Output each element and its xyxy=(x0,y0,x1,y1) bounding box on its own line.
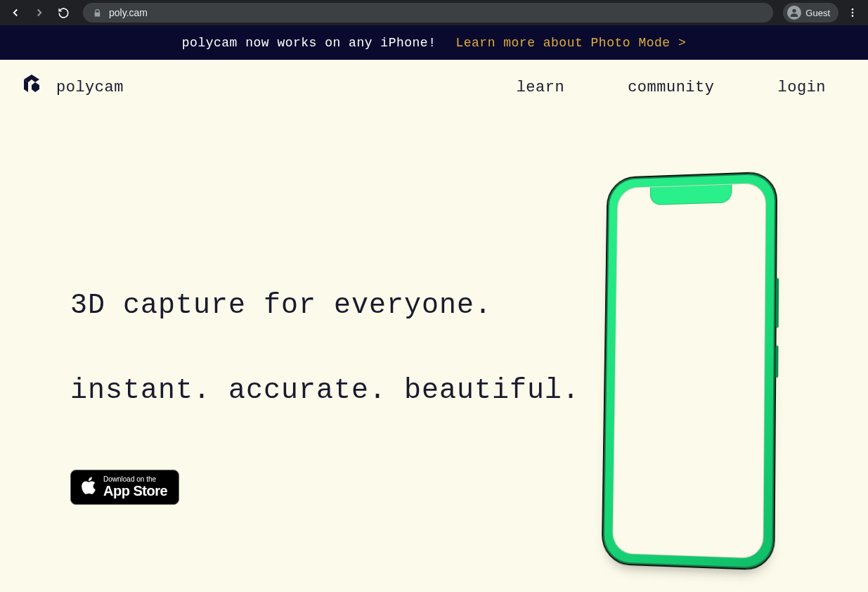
hero-text: 3D capture for everyone. instant. accura… xyxy=(70,165,580,505)
appstore-big: App Store xyxy=(103,483,167,498)
announcement-banner: polycam now works on any iPhone! Learn m… xyxy=(0,25,868,60)
reload-button[interactable] xyxy=(53,3,73,22)
nav-community[interactable]: community xyxy=(628,79,714,96)
hero-headline: 3D capture for everyone. xyxy=(70,165,580,324)
appstore-button[interactable]: Download on the App Store xyxy=(70,470,179,505)
appstore-text: Download on the App Store xyxy=(103,476,167,498)
browser-chrome: poly.cam Guest xyxy=(0,0,868,25)
phone-notch xyxy=(650,185,732,205)
svg-marker-6 xyxy=(32,82,39,92)
brand[interactable]: polycam xyxy=(20,72,124,103)
address-bar[interactable]: poly.cam xyxy=(83,3,773,22)
apple-logo-icon xyxy=(79,476,96,498)
profile-label: Guest xyxy=(805,8,830,18)
svg-point-1 xyxy=(852,8,854,11)
nav-links: learn community login xyxy=(517,79,826,96)
brand-name: polycam xyxy=(56,79,124,96)
back-button[interactable] xyxy=(6,3,25,22)
phone-frame xyxy=(602,171,778,571)
announcement-text: polycam now works on any iPhone! xyxy=(182,36,436,50)
svg-point-3 xyxy=(852,15,854,17)
svg-point-2 xyxy=(852,12,854,14)
phone-mockup xyxy=(601,172,777,566)
site-header: polycam learn community login xyxy=(0,60,868,115)
profile-button[interactable]: Guest xyxy=(783,3,838,22)
logo-icon xyxy=(20,72,44,103)
appstore-small: Download on the xyxy=(103,476,167,483)
overflow-menu-button[interactable] xyxy=(843,3,862,22)
avatar-icon xyxy=(787,6,801,20)
phone-side-button xyxy=(775,346,778,378)
lock-icon xyxy=(93,8,102,18)
announcement-link[interactable]: Learn more about Photo Mode > xyxy=(455,36,686,50)
url-text: poly.cam xyxy=(109,7,148,18)
svg-point-0 xyxy=(793,9,796,13)
phone-screen xyxy=(612,183,766,559)
nav-learn[interactable]: learn xyxy=(517,79,565,96)
forward-button[interactable] xyxy=(30,3,49,22)
hero-subline: instant. accurate. beautiful. xyxy=(70,375,580,406)
page-content: polycam learn community login 3D capture… xyxy=(0,60,868,505)
phone-side-button xyxy=(776,278,779,328)
nav-login[interactable]: login xyxy=(777,79,826,96)
